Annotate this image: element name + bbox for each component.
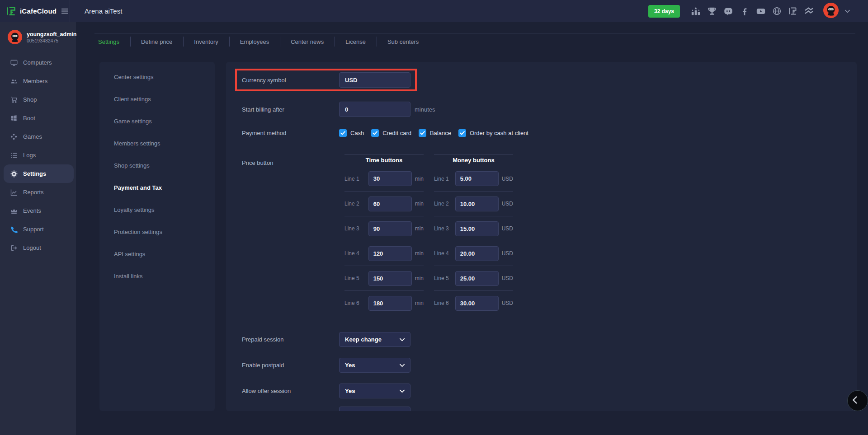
money-buttons-line-2: Line 2 USD [434,191,513,216]
sidebar-item-logs[interactable]: Logs [0,146,76,164]
time-buttons-line-5: Line 5 min [344,266,424,290]
settings-nav-client-settings[interactable]: Client settings [99,88,215,110]
checkbox-checked[interactable] [419,129,426,137]
checkbox-checked[interactable] [339,129,347,137]
time-buttons-line-1: Line 1 min [344,166,424,191]
sidebar-item-games[interactable]: Games [0,127,76,146]
settings-nav-shop-settings[interactable]: Shop settings [99,154,215,177]
settings-nav-members-settings[interactable]: Members settings [99,132,215,154]
tab-employees[interactable]: Employees [229,33,280,50]
trophy-icon[interactable] [707,6,717,16]
line-suffix: USD [502,201,513,207]
allow-offer-session-row: Allow offer session Yes [235,384,857,398]
sidebar-item-reports[interactable]: Reports [0,183,76,201]
brand[interactable]: iCafeCloud [0,6,70,16]
checkbox-checked[interactable] [458,129,466,137]
settings-nav-payment-and-tax[interactable]: Payment and Tax [99,177,215,199]
layers-icon[interactable] [804,6,814,16]
time-buttons-line-3: Line 3 min [344,216,424,241]
sidebar-item-logout[interactable]: Logout [0,239,76,257]
icafecloud-icon[interactable] [788,6,797,16]
sidebar-item-members[interactable]: Members [0,72,76,90]
time-buttons-line-1-input[interactable] [368,171,412,186]
settings-nav-loyalty-settings[interactable]: Loyalty settings [99,199,215,221]
settings-nav-protection-settings[interactable]: Protection settings [99,221,215,243]
time-buttons-line-6-input[interactable] [368,296,412,311]
youtube-icon[interactable] [756,6,766,16]
checkbox-label: Cash [350,130,364,136]
line-suffix: min [415,225,424,232]
enable-postpaid-row: Enable postpaid Yes [235,358,857,373]
line-label: Line 2 [434,201,455,207]
sidebar-item-label: Members [23,78,47,84]
sidebar-item-settings[interactable]: Settings [4,164,74,183]
price-button-label: Price button [242,154,339,166]
tabbar: SettingsDefine priceInventoryEmployeesCe… [94,33,855,50]
money-buttons-line-3-input[interactable] [455,221,499,236]
sidebar-item-shop[interactable]: Shop [0,90,76,109]
line-label: Line 4 [434,250,455,257]
prepaid-session-select[interactable]: Keep change [339,332,410,347]
price-table-money-buttons: Money buttons Line 1 USD Line 2 USD Line… [434,154,513,315]
payment-option-credit-card[interactable]: Credit card [371,129,411,137]
sidebar-item-label: Computers [23,59,52,66]
discord-icon[interactable] [723,6,733,16]
money-buttons-line-6-input[interactable] [455,296,499,311]
time-buttons-line-4-input[interactable] [368,246,412,261]
billing-input[interactable] [339,102,410,117]
users-icon [10,78,18,85]
sidebar-item-label: Games [23,133,42,140]
license-days-badge[interactable]: 32 days [648,5,680,18]
tab-define-price[interactable]: Define price [130,33,183,50]
chevron-down-icon[interactable] [845,9,850,13]
topbar-divider [70,0,70,22]
settings-nav-api-settings[interactable]: API settings [99,243,215,265]
time-buttons-line-3-input[interactable] [368,221,412,236]
globe-icon[interactable] [772,6,782,16]
settings-nav-install-links[interactable]: Install links [99,265,215,287]
sidebar-item-support[interactable]: Support [0,220,76,239]
select-value: Keep change [345,336,382,343]
settings-nav-center-settings[interactable]: Center settings [99,66,215,88]
tab-settings[interactable]: Settings [94,33,130,50]
payment-option-order-by-cash-at-client[interactable]: Order by cash at client [458,129,528,137]
payment-option-cash[interactable]: Cash [339,129,364,137]
sidebar: youngzsoft_admin 005193482475 Computers … [0,22,76,435]
settings-nav-game-settings[interactable]: Game settings [99,110,215,132]
main-area: SettingsDefine priceInventoryEmployeesCe… [76,22,868,435]
payment-option-balance[interactable]: Balance [419,129,451,137]
user-avatar-button[interactable] [823,3,839,19]
sidebar-item-label: Events [23,207,41,214]
tab-inventory[interactable]: Inventory [183,33,229,50]
money-buttons-line-1-input[interactable] [455,171,499,186]
sidebar-item-computers[interactable]: Computers [0,53,76,72]
hamburger-icon[interactable] [61,8,69,14]
chart-icon [10,189,18,196]
sidebar-item-events[interactable]: Events [0,201,76,220]
settings-nav-panel: Center settingsClient settingsGame setti… [99,62,215,411]
tab-sub-centers[interactable]: Sub centers [377,33,429,50]
facebook-icon[interactable] [740,6,750,16]
tab-license[interactable]: License [335,33,377,50]
time-buttons-line-5-input[interactable] [368,271,412,286]
sidebar-item-boot[interactable]: Boot [0,109,76,127]
checkbox-label: Order by cash at client [470,130,528,136]
clipped-select[interactable] [339,407,410,411]
money-buttons-line-5-input[interactable] [455,271,499,286]
tab-center-news[interactable]: Center news [280,33,335,50]
panel-collapse-button[interactable] [847,390,868,411]
sidebar-item-label: Logout [23,244,41,251]
checkbox-checked[interactable] [371,129,379,137]
time-buttons-line-2-input[interactable] [368,196,412,211]
icafecloud-logo-icon [6,6,16,16]
money-buttons-line-4-input[interactable] [455,246,499,261]
currency-input[interactable] [339,72,410,88]
enable-postpaid-select[interactable]: Yes [339,358,410,373]
money-buttons-line-2-input[interactable] [455,196,499,211]
allow-offer-session-select[interactable]: Yes [339,384,410,398]
list-icon [10,152,18,159]
ranking-icon[interactable] [691,6,701,16]
sidebar-item-label: Logs [23,152,36,159]
center-title: Arena aiTest [85,7,122,15]
sidebar-nav: Computers Members Shop Boot Games Logs S… [0,53,76,257]
